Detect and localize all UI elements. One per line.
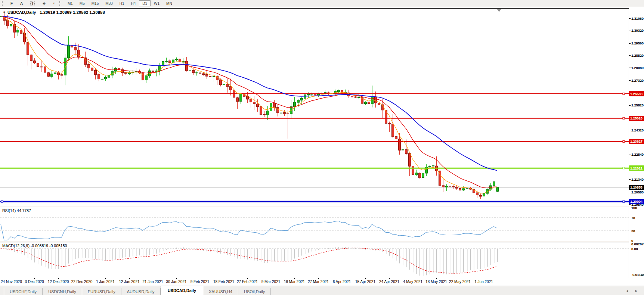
date-label: 27 Feb 2021 [237, 280, 258, 284]
date-label: 4 May 2021 [403, 280, 422, 284]
candle-body [294, 102, 296, 107]
macd-bar [419, 249, 420, 276]
candle-body [324, 93, 326, 93]
fibonacci-tool-button[interactable]: F [7, 0, 16, 6]
timeframe-button-m5[interactable]: M5 [76, 0, 88, 6]
text-label-tool-button[interactable]: A [16, 0, 27, 6]
macd-bar [288, 249, 288, 261]
macd-bar [312, 249, 312, 251]
tab-scroll-right-icon[interactable]: ► [635, 289, 638, 293]
candle-body [405, 149, 408, 153]
toolbar-grip[interactable] [2, 1, 4, 6]
price-axis-tick [629, 204, 631, 205]
line-handle[interactable] [623, 167, 625, 169]
tab-audusd-daily[interactable]: AUDUSD,Daily [121, 288, 161, 295]
macd-bar [480, 249, 481, 269]
macd-bar [115, 249, 116, 259]
candle-body [186, 61, 188, 71]
date-axis-tick [436, 278, 437, 279]
macd-bar [318, 249, 319, 250]
macd-bar [173, 248, 173, 249]
price-tick-label: 1.20580 [631, 190, 644, 194]
candle-body [34, 61, 36, 63]
price-tick-label: 1.25820 [631, 103, 644, 107]
candle-body [307, 94, 310, 95]
price-axis[interactable]: 1.310601.303201.295601.288201.280801.273… [629, 8, 644, 278]
macd-bar [68, 249, 69, 264]
macd-bar [251, 249, 251, 260]
toolbar-grip[interactable] [59, 1, 62, 6]
macd-bar [291, 249, 291, 260]
candle-body [277, 107, 279, 113]
price-axis-tick [629, 55, 631, 56]
tab-scroll-left-icon[interactable]: ◄ [625, 289, 629, 293]
tab-usdchf-daily[interactable]: USDCHF,Daily [4, 288, 43, 295]
macd-bar [109, 249, 109, 261]
timeframe-button-m30[interactable]: M30 [102, 0, 116, 6]
macd-bar [149, 249, 150, 255]
line-handle[interactable] [623, 140, 625, 142]
timeframe-button-w1[interactable]: W1 [151, 0, 163, 6]
date-axis-tick [318, 278, 319, 279]
timeframe-button-m15[interactable]: M15 [88, 0, 102, 6]
candle-body [287, 114, 289, 114]
tab-usdcnh-daily[interactable]: USDCNH,Daily [43, 288, 82, 295]
price-line-label: 1.26508 [629, 91, 644, 96]
candle-body [192, 70, 195, 72]
candle-body [250, 99, 252, 102]
macd-pane[interactable]: MACD(12,26,9) -0.003819 -0.005150 [0, 242, 629, 278]
macd-bar [349, 247, 349, 249]
candlestick-chart [0, 9, 629, 206]
macd-bar [406, 249, 406, 267]
arrows-tool-button[interactable]: ❖ [38, 0, 49, 6]
tab-usoil-daily[interactable]: USOil,Daily [238, 288, 271, 295]
text-box-tool-button[interactable]: T [27, 0, 38, 6]
macd-bar [308, 249, 309, 252]
line-handle[interactable] [623, 201, 625, 202]
tab-usdcad-daily[interactable]: USDCAD,Daily [161, 286, 203, 295]
date-axis-tick [153, 278, 153, 279]
date-axis[interactable]: 24 Nov 20203 Dec 202012 Dec 202022 Dec 2… [0, 278, 644, 286]
line-handle[interactable] [623, 93, 625, 95]
price-axis-tick [629, 105, 631, 106]
chart-title: ▼USDCAD,Daily1.20619 1.20869 1.20562 1.2… [3, 10, 105, 15]
macd-bar [443, 249, 443, 274]
candle-body [415, 173, 418, 175]
main-chart-pane[interactable]: ▼USDCAD,Daily1.20619 1.20869 1.20562 1.2… [0, 8, 629, 206]
line-handle[interactable] [1, 201, 3, 202]
candle-body [10, 25, 12, 26]
macd-bar [136, 249, 136, 256]
macd-bar [126, 249, 126, 257]
macd-bar [325, 249, 325, 249]
macd-bar [119, 249, 119, 258]
candle-body [452, 186, 455, 187]
price-tick-label: 1.27320 [631, 78, 644, 83]
timeframe-button-m1[interactable]: M1 [64, 0, 76, 6]
timeframe-button-d1[interactable]: D1 [139, 0, 151, 6]
candle-body [54, 73, 56, 74]
macd-bar [156, 249, 157, 254]
rsi-pane[interactable]: RSI(14) 44.7787 [0, 207, 629, 241]
candle-body [37, 63, 39, 66]
timeframe-button-mn[interactable]: MN [163, 0, 176, 6]
timeframe-button-h4[interactable]: H4 [127, 0, 139, 6]
tab-eurusd-daily[interactable]: EURUSD,Daily [82, 288, 121, 295]
chart-shift-marker[interactable] [497, 9, 501, 12]
candle-body [61, 75, 63, 75]
candle-body [480, 195, 482, 196]
text-label-tool-icon: A [20, 1, 23, 6]
candle-body [412, 166, 414, 175]
date-label: 21 Jan 2021 [142, 280, 163, 284]
macd-bar [72, 249, 72, 261]
line-handle[interactable] [623, 117, 625, 119]
title-dropdown-icon[interactable]: ▼ [3, 11, 6, 14]
macd-bar [146, 249, 146, 255]
macd-bar [440, 249, 440, 274]
candle-body [483, 193, 485, 196]
timeframe-button-h1[interactable]: H1 [116, 0, 128, 6]
date-label: 9 Feb 2021 [191, 280, 210, 284]
arrows-dropdown-button[interactable]: ▾ [49, 0, 58, 6]
tab-xauusd-h4[interactable]: XAUUSD,H4 [203, 288, 238, 295]
date-axis-tick [294, 278, 295, 279]
macd-label: MACD(12,26,9) -0.003819 -0.005150 [2, 243, 67, 248]
